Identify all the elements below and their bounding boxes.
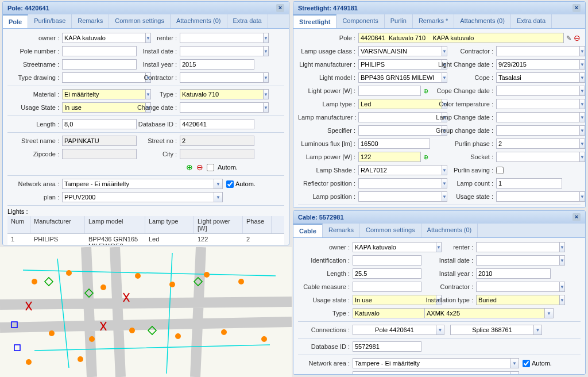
chevron-down-icon[interactable] (579, 112, 585, 122)
tab-remarks[interactable]: Remarks (72, 14, 109, 28)
material-field[interactable] (62, 89, 145, 99)
renter-field[interactable] (180, 33, 263, 43)
plus-icon[interactable]: ⊕ (186, 163, 193, 172)
reflpos-field[interactable] (358, 178, 442, 188)
chevron-down-icon[interactable] (559, 295, 565, 305)
colortemp-combo[interactable] (496, 99, 562, 109)
tab-remarks[interactable]: Remarks * (413, 14, 454, 28)
autom-checkbox[interactable] (207, 164, 214, 171)
insttype-field[interactable] (476, 295, 559, 305)
lampmfr-combo[interactable] (358, 112, 430, 122)
cnetarea-field[interactable] (353, 358, 510, 368)
plus-icon[interactable]: ⊕ (421, 87, 430, 95)
chevron-down-icon[interactable] (579, 139, 585, 149)
lightmodel-combo[interactable] (358, 72, 430, 83)
netarea-field[interactable] (62, 179, 214, 189)
chevron-down-icon[interactable] (263, 33, 269, 43)
chevron-down-icon[interactable] (263, 102, 269, 113)
lcd-combo[interactable] (496, 59, 562, 70)
chevron-down-icon[interactable] (579, 125, 585, 136)
contractor-field[interactable] (180, 72, 263, 83)
chevron-down-icon[interactable] (579, 152, 585, 162)
polenum-field[interactable] (62, 46, 137, 56)
installyear-field[interactable] (180, 59, 254, 70)
minus-icon[interactable]: ⊖ (574, 33, 581, 43)
chevron-down-icon[interactable] (436, 325, 444, 335)
lightmodel-field[interactable] (358, 72, 442, 83)
close-icon[interactable]: × (572, 213, 581, 221)
lampmfr-field[interactable] (358, 112, 442, 122)
purlinphase-field[interactable] (496, 139, 579, 149)
chevron-down-icon[interactable] (544, 308, 554, 318)
chevron-down-icon[interactable] (214, 179, 223, 189)
luc-combo[interactable] (358, 46, 430, 56)
tab-pole[interactable]: Pole (3, 14, 28, 28)
tab-remarks[interactable]: Remarks (323, 224, 360, 237)
chevron-down-icon[interactable] (579, 191, 585, 202)
clength-field[interactable] (353, 268, 421, 279)
chevron-down-icon[interactable] (579, 86, 585, 96)
lampcd-field[interactable] (496, 112, 579, 122)
cautom-checkbox[interactable] (523, 360, 530, 367)
lamptype-combo[interactable] (358, 99, 430, 109)
slcontractor-field[interactable] (496, 46, 579, 56)
length-field[interactable] (62, 119, 137, 129)
pole-field[interactable] (358, 33, 564, 43)
cplan-combo[interactable] (353, 371, 519, 375)
spec-field[interactable] (358, 125, 442, 136)
plan-combo[interactable] (62, 192, 223, 202)
crenter-combo[interactable] (476, 242, 551, 252)
ctype-combo[interactable] (353, 308, 421, 318)
chevron-down-icon[interactable] (533, 325, 542, 335)
cdbid-field[interactable] (353, 341, 421, 352)
socket-combo[interactable] (496, 152, 562, 162)
gcd-combo[interactable] (496, 125, 562, 136)
minus-icon[interactable]: ⊖ (196, 163, 203, 172)
spec-combo[interactable] (358, 125, 430, 136)
cusagestate-combo[interactable] (353, 295, 421, 305)
chevron-down-icon[interactable] (510, 358, 519, 368)
col-mfr[interactable]: Manufacturer (30, 216, 85, 233)
autom2-checkbox[interactable] (226, 180, 234, 188)
chevron-down-icon[interactable] (579, 99, 585, 109)
map-area[interactable] (0, 247, 292, 377)
chevron-down-icon[interactable] (579, 72, 585, 83)
pencil-icon[interactable]: ✎ (566, 34, 571, 42)
gcd-field[interactable] (496, 125, 579, 136)
table-row[interactable]: 1 PHILIPS BPP436 GRN165 MILEWIDE2 LARGE … (7, 234, 284, 245)
cmeasure-field[interactable] (353, 282, 421, 292)
plus-icon[interactable]: ⊕ (421, 153, 430, 161)
close-icon[interactable]: × (572, 4, 581, 12)
contractor-combo[interactable] (180, 72, 254, 83)
slusagestate-field[interactable] (496, 191, 579, 202)
cplan-field[interactable] (353, 371, 510, 375)
col-num[interactable]: Num (7, 216, 30, 233)
tab-attachments[interactable]: Attachments (0) (421, 224, 478, 237)
slusagestate-combo[interactable] (496, 191, 562, 202)
usagestate-field[interactable] (62, 102, 145, 113)
chevron-down-icon[interactable] (559, 282, 565, 292)
crenter-field[interactable] (476, 242, 559, 252)
chevron-down-icon[interactable] (559, 242, 565, 252)
tab-attachments[interactable]: Attachments (0) (454, 14, 511, 28)
tab-streetlight[interactable]: Streetlight (293, 14, 336, 28)
tab-components[interactable]: Components (336, 14, 384, 28)
tab-attachments[interactable]: Attachments (0) (171, 14, 227, 28)
cinstyear-field[interactable] (476, 268, 551, 279)
cinstdate-combo[interactable] (476, 255, 551, 266)
plan-field[interactable] (62, 192, 214, 202)
ccd-combo[interactable] (496, 86, 562, 96)
typedraw-field[interactable] (62, 72, 145, 83)
cope-field[interactable] (496, 72, 579, 83)
chevron-down-icon[interactable] (263, 46, 269, 56)
dbid-field[interactable] (180, 119, 254, 129)
col-phase[interactable]: Phase (243, 216, 272, 233)
ctype-field[interactable] (353, 308, 436, 318)
lampcd-combo[interactable] (496, 112, 562, 122)
installdate-combo[interactable] (180, 46, 254, 56)
chevron-down-icon[interactable] (214, 192, 223, 202)
lamppos-field[interactable] (358, 191, 442, 202)
lcd-field[interactable] (496, 59, 579, 70)
conn1-field[interactable] (353, 325, 436, 335)
purlinsave-checkbox[interactable] (496, 167, 504, 174)
